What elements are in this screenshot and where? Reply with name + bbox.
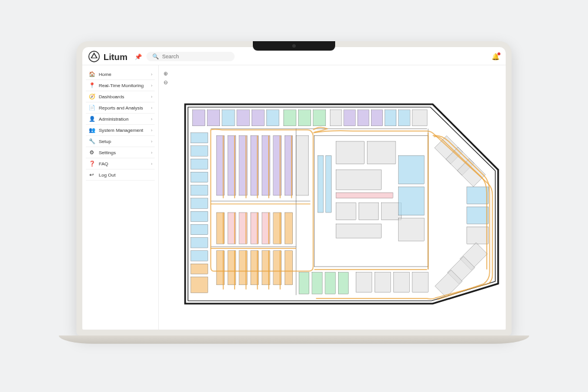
svg-rect-20 <box>191 172 208 182</box>
question-icon: ❓ <box>88 161 95 167</box>
app-screen: Litum 📌 🔍 🔔 ◀ 🏠 Home › <box>82 47 506 330</box>
sidebar-item-setup[interactable]: 🔧 Setup › <box>86 136 155 147</box>
zone-pink-racks <box>216 212 293 244</box>
floorplan-svg <box>182 83 501 325</box>
zoom-controls: ⊕ ⊖ <box>162 70 169 86</box>
app-body: ◀ 🏠 Home › 📍 Real-Time Monitoring › 🧭 Da… <box>82 65 506 330</box>
pin-tack-icon[interactable]: 📌 <box>135 54 142 60</box>
zone-purple-racks <box>216 135 309 195</box>
sidebar: ◀ 🏠 Home › 📍 Real-Time Monitoring › 🧭 Da… <box>82 65 159 330</box>
svg-rect-13 <box>371 110 382 126</box>
search-wrap: 🔍 <box>146 52 487 61</box>
notification-dot <box>497 52 500 55</box>
home-icon: 🏠 <box>88 71 95 77</box>
notifications-button[interactable]: 🔔 <box>492 53 500 61</box>
svg-rect-68 <box>399 218 425 241</box>
zone-left-strip <box>191 133 208 293</box>
logout-icon: ↩ <box>88 172 95 178</box>
chevron-right-icon: › <box>151 117 152 121</box>
svg-rect-8 <box>298 110 310 126</box>
chevron-right-icon: › <box>151 128 152 132</box>
brand-logo-icon <box>88 51 100 62</box>
chevron-right-icon: › <box>151 106 152 110</box>
svg-rect-53 <box>325 273 335 294</box>
sidebar-item-system-management[interactable]: 👥 System Management › <box>86 125 155 136</box>
floorplan-canvas[interactable] <box>182 83 501 325</box>
svg-rect-22 <box>191 198 208 208</box>
svg-rect-12 <box>358 110 369 126</box>
search-box[interactable]: 🔍 <box>146 52 235 61</box>
gear-icon: ⚙ <box>88 150 95 155</box>
svg-rect-63 <box>359 203 379 220</box>
svg-rect-21 <box>191 185 208 195</box>
svg-rect-69 <box>356 273 372 293</box>
laptop-frame: Litum 📌 🔍 🔔 ◀ 🏠 Home › <box>76 41 512 335</box>
chevron-right-icon: › <box>151 151 152 155</box>
svg-rect-50 <box>285 251 293 285</box>
sidebar-item-home[interactable]: 🏠 Home › <box>86 69 155 80</box>
svg-rect-56 <box>318 155 323 212</box>
svg-rect-11 <box>344 110 355 126</box>
svg-rect-24 <box>191 224 208 234</box>
svg-rect-52 <box>312 273 322 294</box>
sidebar-item-logout[interactable]: ↩ Log Out <box>86 170 155 181</box>
svg-rect-62 <box>336 203 356 220</box>
svg-rect-27 <box>191 264 208 274</box>
svg-rect-72 <box>412 273 428 293</box>
svg-rect-54 <box>338 273 348 294</box>
svg-rect-23 <box>191 211 208 221</box>
chevron-right-icon: › <box>151 162 152 166</box>
chevron-right-icon: › <box>151 95 152 99</box>
sidebar-item-reports[interactable]: 📄 Reports and Analysis › <box>86 102 155 114</box>
sidebar-item-settings[interactable]: ⚙ Settings › <box>86 147 155 158</box>
svg-rect-7 <box>283 110 296 126</box>
svg-rect-36 <box>296 135 309 195</box>
sidebar-item-label: Settings <box>99 150 148 155</box>
svg-rect-64 <box>382 203 402 220</box>
zone-central-offices <box>315 135 429 267</box>
sidebar-item-administration[interactable]: 👤 Administration › <box>86 114 155 125</box>
search-input[interactable] <box>162 54 229 59</box>
svg-rect-1 <box>192 110 205 126</box>
laptop-base <box>59 335 529 344</box>
sidebar-item-realtime[interactable]: 📍 Real-Time Monitoring › <box>86 80 155 91</box>
sidebar-item-label: Real-Time Monitoring <box>99 83 148 88</box>
gauge-icon: 🧭 <box>88 94 95 99</box>
main-area: ⊕ ⊖ <box>159 65 506 330</box>
pin-icon: 📍 <box>88 82 95 88</box>
svg-rect-70 <box>375 273 390 293</box>
svg-rect-60 <box>336 170 381 190</box>
system-icon: 👥 <box>88 127 95 133</box>
svg-rect-71 <box>393 273 409 293</box>
sidebar-item-dashboards[interactable]: 🧭 Dashboards › <box>86 91 155 102</box>
svg-rect-26 <box>191 251 208 261</box>
sidebar-item-label: Administration <box>99 117 148 122</box>
svg-rect-28 <box>191 277 208 293</box>
svg-rect-77 <box>467 207 489 224</box>
zone-top-row <box>192 110 427 126</box>
sidebar-item-label: Reports and Analysis <box>99 105 148 111</box>
svg-rect-16 <box>412 110 427 126</box>
zoom-in-button[interactable]: ⊕ <box>162 70 169 77</box>
svg-rect-3 <box>222 110 235 126</box>
search-icon: 🔍 <box>152 54 159 59</box>
svg-rect-2 <box>208 110 220 126</box>
chevron-right-icon: › <box>151 72 152 77</box>
sidebar-item-label: Home <box>99 72 148 77</box>
sidebar-item-label: Setup <box>99 139 148 144</box>
admin-icon: 👤 <box>88 116 95 122</box>
sidebar-item-label: FAQ <box>99 161 148 167</box>
sidebar-item-label: System Management <box>99 128 148 133</box>
svg-rect-58 <box>336 141 364 164</box>
wrench-icon: 🔧 <box>88 138 95 144</box>
sidebar-item-faq[interactable]: ❓ FAQ › <box>86 158 155 170</box>
report-icon: 📄 <box>88 105 95 111</box>
brand-name: Litum <box>103 52 128 62</box>
svg-rect-57 <box>326 155 332 212</box>
zoom-out-button[interactable]: ⊖ <box>162 79 169 86</box>
svg-rect-78 <box>467 227 489 244</box>
zone-orange-racks <box>216 251 293 285</box>
svg-rect-17 <box>191 133 208 143</box>
svg-rect-51 <box>299 273 309 294</box>
laptop-notch <box>253 41 335 51</box>
